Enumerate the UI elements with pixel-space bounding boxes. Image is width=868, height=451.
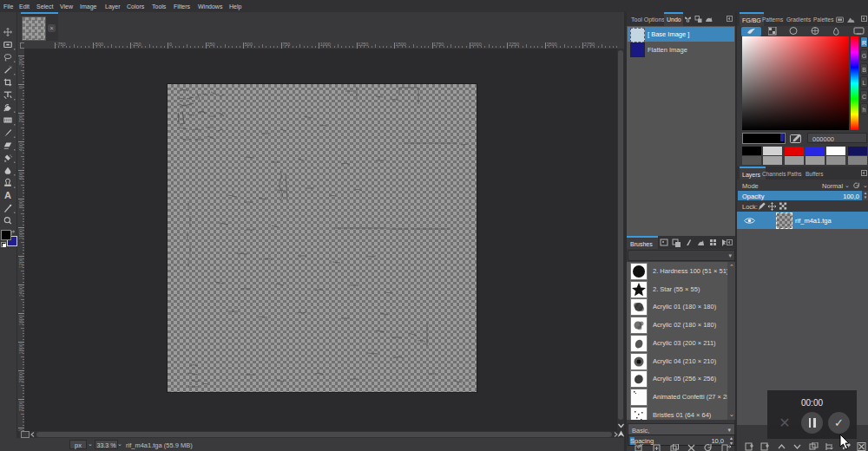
- svg-text:A: A: [4, 190, 11, 200]
